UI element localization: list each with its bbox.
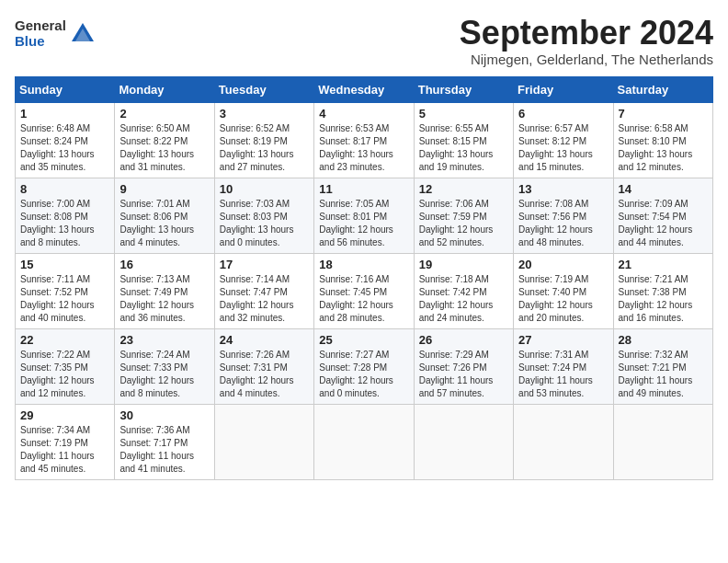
title-area: September 2024 Nijmegen, Gelderland, The…	[460, 15, 713, 67]
day-number: 23	[119, 333, 209, 347]
day-number: 26	[419, 333, 508, 347]
logo-blue-text: Blue	[15, 34, 66, 50]
day-info: Sunrise: 7:13 AM Sunset: 7:49 PM Dayligh…	[119, 273, 209, 325]
day-number: 21	[619, 258, 708, 271]
day-cell: 1Sunrise: 6:48 AM Sunset: 8:24 PM Daylig…	[16, 102, 115, 178]
day-info: Sunrise: 7:26 AM Sunset: 7:31 PM Dayligh…	[220, 349, 309, 400]
day-cell: 25Sunrise: 7:27 AM Sunset: 7:28 PM Dayli…	[314, 328, 414, 404]
day-number: 4	[319, 107, 408, 121]
calendar-table: SundayMondayTuesdayWednesdayThursdayFrid…	[15, 76, 713, 480]
week-row-2: 8Sunrise: 7:00 AM Sunset: 8:08 PM Daylig…	[16, 178, 713, 253]
day-info: Sunrise: 6:50 AM Sunset: 8:22 PM Dayligh…	[119, 122, 209, 174]
day-info: Sunrise: 7:34 AM Sunset: 7:19 PM Dayligh…	[20, 424, 109, 476]
day-cell: 2Sunrise: 6:50 AM Sunset: 8:22 PM Daylig…	[115, 102, 214, 178]
day-cell: 13Sunrise: 7:08 AM Sunset: 7:56 PM Dayli…	[514, 178, 613, 253]
day-info: Sunrise: 7:09 AM Sunset: 7:54 PM Dayligh…	[619, 198, 708, 249]
day-cell	[514, 404, 613, 479]
day-cell	[314, 404, 414, 479]
day-number: 22	[20, 333, 109, 347]
day-number: 12	[419, 182, 508, 196]
header-cell-tuesday: Tuesday	[214, 76, 313, 102]
day-info: Sunrise: 7:24 AM Sunset: 7:33 PM Dayligh…	[119, 349, 209, 400]
logo-general-text: General	[15, 18, 66, 34]
day-number: 25	[319, 333, 408, 347]
day-cell: 20Sunrise: 7:19 AM Sunset: 7:40 PM Dayli…	[514, 253, 613, 328]
day-number: 9	[119, 182, 209, 196]
day-info: Sunrise: 6:55 AM Sunset: 8:15 PM Dayligh…	[419, 122, 508, 174]
day-info: Sunrise: 7:32 AM Sunset: 7:21 PM Dayligh…	[619, 349, 708, 400]
day-info: Sunrise: 6:53 AM Sunset: 8:17 PM Dayligh…	[319, 122, 408, 174]
day-cell: 19Sunrise: 7:18 AM Sunset: 7:42 PM Dayli…	[414, 253, 513, 328]
day-cell: 26Sunrise: 7:29 AM Sunset: 7:26 PM Dayli…	[414, 328, 513, 404]
header-cell-monday: Monday	[115, 76, 214, 102]
day-cell: 21Sunrise: 7:21 AM Sunset: 7:38 PM Dayli…	[613, 253, 712, 328]
day-cell: 18Sunrise: 7:16 AM Sunset: 7:45 PM Dayli…	[314, 253, 414, 328]
header: General Blue September 2024 Nijmegen, Ge…	[15, 15, 713, 67]
day-number: 11	[319, 182, 408, 196]
day-cell: 15Sunrise: 7:11 AM Sunset: 7:52 PM Dayli…	[16, 253, 115, 328]
day-number: 17	[220, 258, 309, 271]
day-cell: 6Sunrise: 6:57 AM Sunset: 8:12 PM Daylig…	[514, 102, 613, 178]
day-info: Sunrise: 6:52 AM Sunset: 8:19 PM Dayligh…	[220, 122, 309, 174]
day-cell: 9Sunrise: 7:01 AM Sunset: 8:06 PM Daylig…	[115, 178, 214, 253]
day-cell: 24Sunrise: 7:26 AM Sunset: 7:31 PM Dayli…	[214, 328, 313, 404]
day-info: Sunrise: 7:27 AM Sunset: 7:28 PM Dayligh…	[319, 349, 408, 400]
day-cell: 4Sunrise: 6:53 AM Sunset: 8:17 PM Daylig…	[314, 102, 414, 178]
day-info: Sunrise: 7:31 AM Sunset: 7:24 PM Dayligh…	[518, 349, 608, 400]
day-number: 27	[518, 333, 608, 347]
day-cell: 23Sunrise: 7:24 AM Sunset: 7:33 PM Dayli…	[115, 328, 214, 404]
day-cell: 12Sunrise: 7:06 AM Sunset: 7:59 PM Dayli…	[414, 178, 513, 253]
calendar-body: 1Sunrise: 6:48 AM Sunset: 8:24 PM Daylig…	[16, 102, 713, 479]
week-row-3: 15Sunrise: 7:11 AM Sunset: 7:52 PM Dayli…	[16, 253, 713, 328]
logo: General Blue	[15, 18, 96, 49]
calendar-header: SundayMondayTuesdayWednesdayThursdayFrid…	[16, 76, 713, 102]
day-number: 30	[119, 408, 209, 422]
day-cell: 7Sunrise: 6:58 AM Sunset: 8:10 PM Daylig…	[613, 102, 712, 178]
day-number: 24	[220, 333, 309, 347]
day-cell: 29Sunrise: 7:34 AM Sunset: 7:19 PM Dayli…	[16, 404, 115, 479]
day-cell	[214, 404, 313, 479]
location-subtitle: Nijmegen, Gelderland, The Netherlands	[460, 52, 713, 67]
week-row-1: 1Sunrise: 6:48 AM Sunset: 8:24 PM Daylig…	[16, 102, 713, 178]
day-cell: 3Sunrise: 6:52 AM Sunset: 8:19 PM Daylig…	[214, 102, 313, 178]
week-row-4: 22Sunrise: 7:22 AM Sunset: 7:35 PM Dayli…	[16, 328, 713, 404]
day-cell: 30Sunrise: 7:36 AM Sunset: 7:17 PM Dayli…	[115, 404, 214, 479]
day-info: Sunrise: 6:48 AM Sunset: 8:24 PM Dayligh…	[20, 122, 109, 174]
day-info: Sunrise: 7:00 AM Sunset: 8:08 PM Dayligh…	[20, 198, 109, 249]
month-title: September 2024	[460, 15, 713, 52]
day-number: 16	[119, 258, 209, 271]
header-cell-saturday: Saturday	[613, 76, 712, 102]
header-row: SundayMondayTuesdayWednesdayThursdayFrid…	[16, 76, 713, 102]
day-number: 7	[619, 107, 708, 121]
day-info: Sunrise: 7:11 AM Sunset: 7:52 PM Dayligh…	[20, 273, 109, 325]
header-cell-thursday: Thursday	[414, 76, 513, 102]
day-cell	[414, 404, 513, 479]
logo-icon	[70, 21, 96, 47]
day-info: Sunrise: 7:29 AM Sunset: 7:26 PM Dayligh…	[419, 349, 508, 400]
day-number: 6	[518, 107, 608, 121]
day-info: Sunrise: 7:01 AM Sunset: 8:06 PM Dayligh…	[119, 198, 209, 249]
day-cell: 22Sunrise: 7:22 AM Sunset: 7:35 PM Dayli…	[16, 328, 115, 404]
day-info: Sunrise: 7:14 AM Sunset: 7:47 PM Dayligh…	[220, 273, 309, 325]
day-info: Sunrise: 7:19 AM Sunset: 7:40 PM Dayligh…	[518, 273, 608, 325]
week-row-5: 29Sunrise: 7:34 AM Sunset: 7:19 PM Dayli…	[16, 404, 713, 479]
day-cell: 14Sunrise: 7:09 AM Sunset: 7:54 PM Dayli…	[613, 178, 712, 253]
day-number: 1	[20, 107, 109, 121]
day-cell: 17Sunrise: 7:14 AM Sunset: 7:47 PM Dayli…	[214, 253, 313, 328]
day-number: 20	[518, 258, 608, 271]
header-cell-sunday: Sunday	[16, 76, 115, 102]
day-info: Sunrise: 6:58 AM Sunset: 8:10 PM Dayligh…	[619, 122, 708, 174]
day-cell: 11Sunrise: 7:05 AM Sunset: 8:01 PM Dayli…	[314, 178, 414, 253]
day-cell: 28Sunrise: 7:32 AM Sunset: 7:21 PM Dayli…	[613, 328, 712, 404]
day-number: 5	[419, 107, 508, 121]
day-number: 15	[20, 258, 109, 271]
day-info: Sunrise: 7:05 AM Sunset: 8:01 PM Dayligh…	[319, 198, 408, 249]
day-info: Sunrise: 7:16 AM Sunset: 7:45 PM Dayligh…	[319, 273, 408, 325]
day-number: 19	[419, 258, 508, 271]
day-number: 14	[619, 182, 708, 196]
day-number: 2	[119, 107, 209, 121]
day-cell: 27Sunrise: 7:31 AM Sunset: 7:24 PM Dayli…	[514, 328, 613, 404]
day-number: 28	[619, 333, 708, 347]
day-info: Sunrise: 7:03 AM Sunset: 8:03 PM Dayligh…	[220, 198, 309, 249]
day-number: 18	[319, 258, 408, 271]
